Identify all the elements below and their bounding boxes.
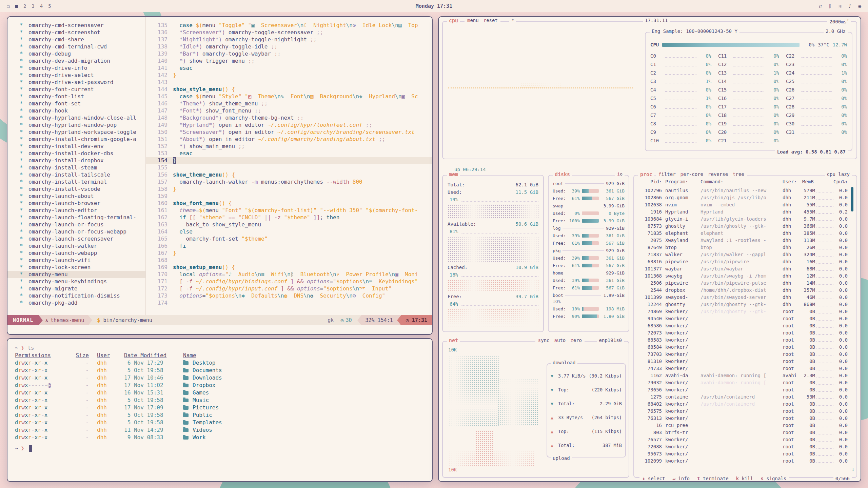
preset-star[interactable]: *: [509, 18, 516, 23]
file-list-item[interactable]: *omarchy-launch-walker: [7, 242, 145, 249]
process-row[interactable]: 102099kworker/root0B0.0: [638, 458, 848, 465]
file-list-item[interactable]: *omarchy-cmd-screenshot: [7, 29, 145, 36]
file-list-item[interactable]: *omarchy-install-terminal: [7, 178, 145, 185]
file-list-item[interactable]: *omarchy-cmd-share: [7, 36, 145, 43]
process-row[interactable]: 16rcu_preeroot0B0.0: [638, 422, 848, 429]
menu-button[interactable]: menu: [467, 18, 479, 23]
process-row[interactable]: 79032kworker/avahi-daemon: running [root…: [638, 379, 848, 386]
process-row[interactable]: 2544dropbox/home/dhh/.dropbox-distdhh357…: [638, 287, 848, 294]
process-row[interactable]: 87649btopbtopdhh26M0.0: [638, 244, 848, 251]
network-interface[interactable]: enp191s0: [597, 338, 624, 343]
process-row[interactable]: 72088kworker/root0B0.0: [638, 443, 848, 450]
process-row[interactable]: 76313kworker/root0B0.0: [638, 415, 848, 422]
info-button[interactable]: ↵ info: [672, 476, 690, 481]
auto-button[interactable]: auto: [554, 338, 566, 343]
file-list-item[interactable]: *omarchy-drive-set-password: [7, 79, 145, 86]
file-list-item[interactable]: *omarchy-launch-webapp: [7, 249, 145, 257]
process-row[interactable]: 102866org.gnom/usr/bin/gjs /usr/lib/odhh…: [638, 194, 848, 201]
file-list-item[interactable]: *omarchy-hyprland-window-close-all: [7, 114, 145, 121]
workspace-4[interactable]: 4: [40, 3, 43, 9]
file-list-item[interactable]: *omarchy-drive-info: [7, 64, 145, 72]
editor-window[interactable]: *omarchy-cmd-screensaver*omarchy-cmd-scr…: [7, 16, 433, 335]
file-list-item[interactable]: *omarchy-font-list: [7, 93, 145, 100]
file-list-item[interactable]: *omarchy-launch-editor: [7, 207, 145, 214]
user-header[interactable]: User:: [783, 179, 802, 184]
process-row[interactable]: 73703kworker/root0B0.0: [638, 351, 848, 358]
signals-button[interactable]: s signals: [761, 476, 786, 481]
kill-button[interactable]: k kill: [736, 476, 753, 481]
workspace-5[interactable]: 5: [48, 3, 51, 9]
file-list-item[interactable]: *omarchy-pkg-add: [7, 299, 145, 306]
process-row[interactable]: 102796nautilus/usr/bin/nautilus --newdhh…: [638, 187, 848, 194]
process-row[interactable]: 76577kworker/root0B0.0: [638, 436, 848, 443]
select-button[interactable]: ↕ select: [642, 476, 665, 481]
file-list-item[interactable]: *omarchy-hook: [7, 107, 145, 114]
tree-button[interactable]: tree: [733, 171, 744, 177]
process-row[interactable]: 103684glycin-i/usr/lib/glycin-loadersdhh…: [638, 216, 848, 223]
file-list-item[interactable]: *omarchy-drive-select: [7, 72, 145, 79]
cpu-header[interactable]: Cpu%↑: [833, 179, 848, 184]
workspace-overview[interactable]: ❏: [7, 3, 9, 9]
process-row[interactable]: 803btrfs-trroot0B0.0: [638, 429, 848, 436]
process-row[interactable]: 68402kworker//usr/bin/containerdroot0B0.…: [638, 401, 848, 408]
process-row[interactable]: 68583kworker/root0B0.0: [638, 337, 848, 344]
file-list-item[interactable]: *omarchy-notification-dismiss: [7, 292, 145, 299]
file-list-item[interactable]: *omarchy-install-chromium-google-a: [7, 136, 145, 143]
file-list-item[interactable]: *omarchy-cmd-terminal-cwd: [7, 43, 145, 50]
code-editor[interactable]: 135 case $(menu "Toggle" "▣ Screensaver\…: [146, 17, 432, 315]
file-list-item[interactable]: *omarchy-install-steam: [7, 164, 145, 171]
file-list-item[interactable]: *omarchy-install-dev-env: [7, 143, 145, 150]
process-row[interactable]: 2506pipewire/usr/bin/pipewire-pulsedhh14…: [638, 280, 848, 287]
sync-button[interactable]: sync: [538, 338, 550, 343]
workspace-1[interactable]: ■: [15, 3, 18, 9]
file-list-item[interactable]: *omarchy-launch-or-focus: [7, 221, 145, 228]
terminate-button[interactable]: t terminate: [697, 476, 729, 481]
process-row[interactable]: 94540kworker/root0B0.0: [638, 315, 848, 322]
process-row[interactable]: 72073kworker/root0B0.0: [638, 329, 848, 337]
process-row[interactable]: 95673kworker/root0B0.0: [638, 450, 848, 458]
file-list-item[interactable]: *omarchy-launch-or-focus-webapp: [7, 228, 145, 235]
process-row[interactable]: 71837walker/usr/bin/walker --gappldhh324…: [638, 251, 848, 258]
pid-header[interactable]: Pid:: [638, 179, 665, 184]
process-row[interactable]: 76575kworker/root0B0.0: [638, 408, 848, 415]
system-monitor-window[interactable]: cpu menureset * 17:31:11 2000ms+ Eng Sam…: [438, 16, 861, 482]
process-row[interactable]: 1275containe/usr/bin/containerdroot53M0.…: [638, 393, 848, 401]
file-list-item[interactable]: *omarchy-debug: [7, 50, 145, 57]
zero-button[interactable]: zero: [570, 338, 582, 343]
process-row[interactable]: 87573ghostty/usr/bin/ghostty --gtk-dhh36…: [638, 223, 848, 230]
workspace-3[interactable]: 3: [32, 3, 34, 9]
file-list-item[interactable]: *omarchy-hyprland-window-pop: [7, 121, 145, 128]
process-row[interactable]: 74869kworker//usr/bin/ghostty --gtk-root…: [638, 308, 848, 315]
process-row[interactable]: 101399swayosd-/usr/bin/swayosd-serverdhh…: [638, 294, 848, 301]
io-mode-button[interactable]: io: [615, 171, 625, 177]
process-row[interactable]: 73656kworker/root0B0.0: [638, 386, 848, 393]
filter-button[interactable]: filter: [658, 171, 676, 177]
file-list[interactable]: *omarchy-cmd-screensaver*omarchy-cmd-scr…: [7, 17, 146, 315]
process-row[interactable]: 81310kworker/root0B0.0: [638, 358, 848, 365]
process-row[interactable]: 101368swaybg/usr/bin/swaybg -i /homdhh12…: [638, 272, 848, 280]
file-list-item[interactable]: *omarchy-install-dropbox: [7, 157, 145, 164]
file-list-item[interactable]: *omarchy-cmd-screensaver: [7, 22, 145, 29]
process-row[interactable]: 68584kworker/root0B0.0: [638, 344, 848, 351]
file-list-item[interactable]: *omarchy-menu-keybindings: [7, 278, 145, 285]
terminal-window[interactable]: ~ ❯ ls Permissions Size User Date Modifi…: [7, 338, 433, 482]
per-core-button[interactable]: per-core: [680, 171, 703, 177]
process-row[interactable]: 74733kworker/root0B0.0: [638, 365, 848, 372]
file-list-item[interactable]: *omarchy-migrate: [7, 285, 145, 292]
process-row[interactable]: 2075XwaylandXwayland :1 -rootless -dhh11…: [638, 237, 848, 244]
file-list-item[interactable]: *omarchy-lock-screen: [7, 264, 145, 271]
program-header[interactable]: Program:: [665, 179, 701, 184]
file-list-item[interactable]: *omarchy-install-docker-dbs: [7, 150, 145, 157]
process-row[interactable]: 63816pipewire/usr/bin/pipewiredhh16M0.0: [638, 258, 848, 265]
screenshare-icon[interactable]: ⇄: [819, 3, 822, 9]
file-list-item[interactable]: *omarchy-launch-floating-terminal-: [7, 214, 145, 221]
process-row[interactable]: 1162avahi-daavahi-daemon: running [avahi…: [638, 372, 848, 379]
file-list-item[interactable]: *omarchy-install-tailscale: [7, 171, 145, 178]
volume-icon[interactable]: ♪: [848, 3, 851, 9]
sort-mode[interactable]: cpu lazy: [825, 171, 852, 177]
file-list-item[interactable]: *omarchy-launch-about: [7, 192, 145, 200]
process-row[interactable]: 71835elephantelephantdhh385M0.0: [638, 230, 848, 237]
file-list-item[interactable]: *omarchy-launch-browser: [7, 200, 145, 207]
reverse-button[interactable]: reverse: [708, 171, 728, 177]
reset-button[interactable]: reset: [484, 18, 498, 23]
